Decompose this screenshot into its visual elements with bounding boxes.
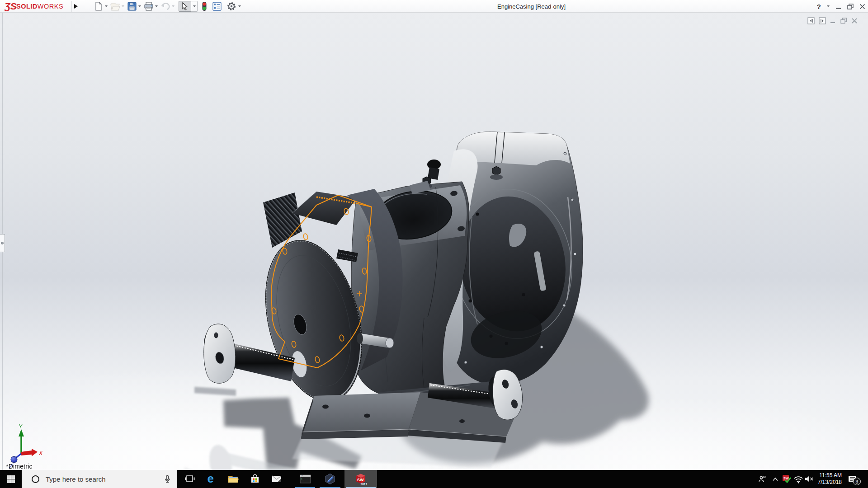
minimize-button[interactable] — [835, 4, 841, 9]
taskbar-app-edge[interactable]: e — [202, 470, 222, 488]
triad-x-label: X — [38, 450, 43, 456]
open-button[interactable] — [110, 1, 121, 12]
stoplight-icon — [202, 1, 207, 11]
titlebar-controls: ? — [817, 0, 865, 13]
properties-button[interactable] — [212, 1, 222, 12]
window-title: EngineCasing [Read-only] — [497, 3, 566, 10]
taskbar-app-command-prompt[interactable]: C:\ >_ — [294, 470, 316, 488]
restore-button[interactable] — [847, 4, 854, 9]
undo-dropdown-caret[interactable] — [172, 5, 175, 7]
task-view-icon — [185, 474, 195, 483]
people-button[interactable] — [756, 470, 768, 488]
save-button[interactable] — [127, 1, 137, 12]
properties-list-icon — [212, 2, 222, 11]
help-dropdown-caret[interactable] — [827, 5, 830, 7]
taskbar-app-solidworks[interactable]: SW 2017 — [344, 470, 377, 488]
task-view-button[interactable] — [180, 470, 200, 488]
mail-icon — [271, 474, 282, 484]
select-cursor-icon — [181, 2, 189, 10]
cmd-title-text: C:\ — [301, 475, 302, 477]
view-orientation-label: *Dimetric — [6, 463, 33, 470]
taskbar-search[interactable]: Type here to search — [22, 470, 177, 488]
wifi-icon — [793, 475, 803, 483]
undo-arrow-icon — [160, 1, 171, 11]
print-button[interactable] — [143, 1, 154, 12]
taskbar-app-store[interactable] — [245, 470, 265, 488]
solidworks-monitor-tray[interactable]: SW — [781, 470, 792, 488]
close-button[interactable] — [859, 4, 865, 9]
taskbar-app-hexagon[interactable] — [318, 470, 342, 488]
new-document-icon — [93, 1, 104, 11]
select-tool-button[interactable] — [179, 1, 191, 12]
people-icon — [758, 475, 766, 483]
file-explorer-icon — [228, 474, 239, 484]
save-floppy-icon — [127, 1, 137, 11]
cortana-icon — [32, 475, 39, 483]
print-dropdown-caret[interactable] — [155, 5, 158, 7]
taskbar-clock[interactable]: 11:55 AM 7/13/2018 — [812, 472, 842, 486]
undo-button[interactable] — [160, 1, 171, 12]
notification-badge: 3 — [853, 478, 861, 485]
new-document-button[interactable] — [93, 1, 104, 12]
clock-time: 11:55 AM — [812, 472, 842, 479]
command-prompt-icon: C:\ >_ — [300, 474, 311, 484]
title-bar: ƷS SOLIDWORKS — [0, 0, 868, 13]
sw-tray-letters: SW — [783, 477, 789, 480]
options-button[interactable] — [226, 1, 236, 12]
start-button[interactable] — [0, 470, 22, 488]
save-dropdown-caret[interactable] — [138, 5, 141, 7]
triad-y-label: Y — [19, 423, 23, 430]
solidworks-logo: ƷS SOLIDWORKS — [5, 1, 71, 12]
gear-icon — [226, 1, 236, 11]
graphics-viewport[interactable]: Y X Z *Dimetric — [0, 13, 868, 470]
search-placeholder: Type here to search — [46, 475, 106, 483]
open-dropdown-caret[interactable] — [122, 5, 124, 7]
stoplight-button[interactable] — [202, 1, 207, 12]
open-folder-icon — [110, 1, 121, 11]
model-canvas[interactable]: Y X Z — [0, 13, 868, 470]
taskbar-app-file-explorer[interactable] — [223, 470, 243, 488]
solidworks-monitor-icon: SW — [782, 474, 791, 483]
clock-date: 7/13/2018 — [812, 479, 842, 486]
hexagon-app-icon — [325, 474, 335, 484]
sw-year: 2017 — [361, 483, 368, 486]
taskbar-app-mail[interactable] — [267, 470, 287, 488]
select-dropdown[interactable] — [191, 1, 198, 12]
svg-text:e: e — [208, 473, 214, 485]
edge-icon: e — [206, 473, 217, 485]
main-toolbar — [93, 1, 243, 12]
svg-text:SOLIDWORKS: SOLIDWORKS — [16, 3, 63, 10]
store-icon — [250, 474, 260, 484]
hidden-icons-button[interactable] — [770, 470, 780, 488]
microphone-icon[interactable] — [163, 474, 172, 483]
chevron-up-icon — [772, 477, 778, 481]
sw-letters: SW — [357, 478, 364, 482]
wifi-button[interactable] — [793, 470, 804, 488]
play-arrow-icon — [74, 4, 78, 9]
toolbar-expand-button[interactable] — [71, 1, 80, 12]
logo-glyph: ƷS — [5, 1, 17, 11]
svg-text:>_: >_ — [301, 478, 304, 481]
printer-icon — [143, 1, 154, 11]
windows-logo-icon — [7, 475, 15, 483]
solidworks-2017-icon: SW 2017 — [354, 472, 368, 486]
windows-taskbar: Type here to search e — [0, 470, 868, 488]
options-dropdown-caret[interactable] — [238, 5, 241, 7]
help-button[interactable]: ? — [817, 3, 821, 10]
new-dropdown-caret[interactable] — [105, 5, 108, 7]
